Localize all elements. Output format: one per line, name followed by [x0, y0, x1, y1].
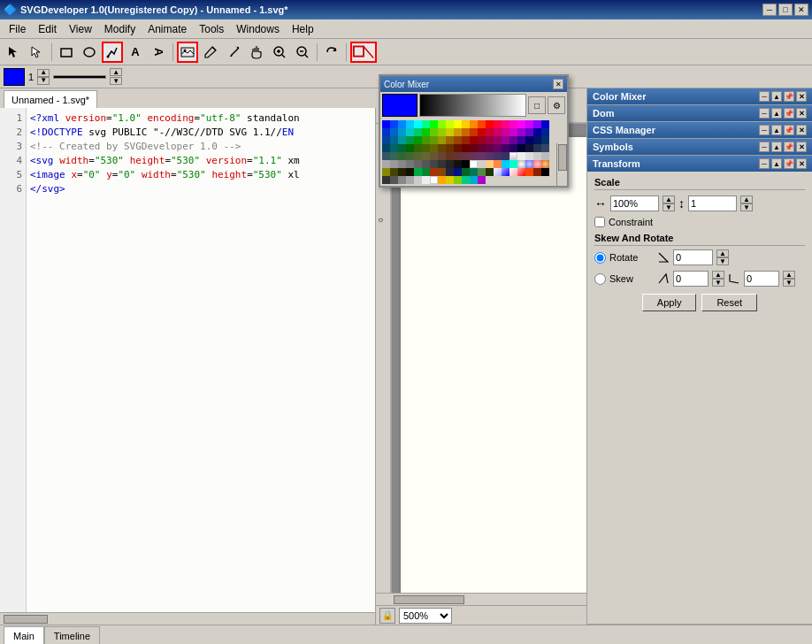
palette-gradient-bar[interactable] — [419, 94, 526, 117]
maximize-button[interactable]: □ — [778, 4, 793, 16]
palette-cell[interactable] — [470, 128, 478, 136]
transform-min[interactable]: ─ — [759, 158, 770, 169]
palette-cell[interactable] — [430, 168, 438, 176]
transform-close[interactable]: ✕ — [796, 158, 807, 169]
palette-cell[interactable] — [390, 136, 398, 144]
color-spin-down[interactable]: ▼ — [37, 77, 50, 85]
palette-cell[interactable] — [486, 120, 494, 128]
palette-cell[interactable] — [390, 144, 398, 152]
palette-cell[interactable] — [422, 144, 430, 152]
palette-scrollbar[interactable] — [556, 143, 567, 186]
css-close[interactable]: ✕ — [796, 125, 807, 135]
palette-cell[interactable] — [462, 136, 470, 144]
palette-cell[interactable] — [533, 160, 541, 168]
palette-cell[interactable] — [541, 120, 549, 128]
palette-cell[interactable] — [438, 176, 446, 184]
palette-cell[interactable] — [406, 160, 414, 168]
palette-cell[interactable] — [486, 168, 494, 176]
palette-cell[interactable] — [478, 120, 486, 128]
menu-edit[interactable]: Edit — [33, 21, 62, 37]
zoom-lock-icon[interactable]: 🔒 — [379, 608, 395, 624]
rect-tool-btn[interactable] — [56, 42, 77, 63]
palette-cell[interactable] — [494, 128, 502, 136]
image-tool-btn[interactable] — [177, 42, 198, 63]
palette-cell[interactable] — [525, 128, 533, 136]
transform-pin[interactable]: 📌 — [784, 158, 794, 169]
palette-cell[interactable] — [541, 168, 549, 176]
palette-cell[interactable] — [478, 144, 486, 152]
palette-current-color[interactable] — [382, 94, 417, 117]
zoom-select[interactable]: 500% 200% 100% 50% — [399, 608, 452, 624]
text-h-btn[interactable]: A — [125, 42, 146, 63]
palette-cell[interactable] — [422, 120, 430, 128]
palette-cell[interactable] — [462, 144, 470, 152]
close-button[interactable]: ✕ — [794, 4, 808, 16]
palette-cell[interactable] — [382, 120, 390, 128]
palette-cell[interactable] — [414, 168, 422, 176]
palette-cell[interactable] — [462, 168, 470, 176]
palette-cell[interactable] — [446, 176, 454, 184]
canvas-hscrollbar[interactable] — [376, 593, 586, 605]
palette-cell[interactable] — [509, 144, 517, 152]
color-mixer-restore[interactable]: ▲ — [771, 91, 782, 102]
palette-cell[interactable] — [406, 168, 414, 176]
palette-cell[interactable] — [446, 160, 454, 168]
palette-scroll-thumb[interactable] — [558, 144, 567, 171]
dom-min[interactable]: ─ — [759, 108, 770, 119]
palette-cell[interactable] — [462, 152, 470, 160]
palette-expand-btn[interactable]: □ — [528, 96, 546, 114]
palette-cell[interactable] — [494, 136, 502, 144]
palette-cell[interactable] — [422, 176, 430, 184]
palette-cell[interactable] — [446, 152, 454, 160]
palette-cell[interactable] — [414, 136, 422, 144]
palette-cell[interactable] — [406, 152, 414, 160]
palette-cell[interactable] — [517, 128, 525, 136]
palette-cell[interactable] — [390, 120, 398, 128]
dom-restore[interactable]: ▲ — [771, 108, 782, 119]
palette-cell[interactable] — [454, 160, 462, 168]
palette-cell[interactable] — [478, 136, 486, 144]
palette-cell[interactable] — [502, 120, 509, 128]
palette-cell[interactable] — [454, 120, 462, 128]
palette-cell[interactable] — [486, 144, 494, 152]
palette-cell[interactable] — [525, 144, 533, 152]
palette-cell[interactable] — [541, 136, 549, 144]
palette-cell[interactable] — [470, 120, 478, 128]
menu-file[interactable]: File — [4, 21, 31, 37]
palette-cell[interactable] — [517, 120, 525, 128]
palette-cell[interactable] — [525, 136, 533, 144]
palette-cell[interactable] — [478, 160, 486, 168]
palette-cell[interactable] — [430, 128, 438, 136]
palette-cell[interactable] — [541, 160, 549, 168]
code-editor[interactable]: <?xml version="1.0" encoding="utf-8" sta… — [27, 108, 375, 612]
canvas-hscroll-thumb[interactable] — [394, 595, 464, 604]
palette-cell[interactable] — [494, 120, 502, 128]
palette-cell[interactable] — [438, 120, 446, 128]
palette-cell[interactable] — [430, 144, 438, 152]
palette-cell[interactable] — [398, 152, 406, 160]
palette-cell[interactable] — [422, 136, 430, 144]
tab-main[interactable]: Main — [4, 626, 44, 644]
palette-cell[interactable] — [390, 176, 398, 184]
palette-cell[interactable] — [454, 136, 462, 144]
palette-cell[interactable] — [430, 152, 438, 160]
palette-cell[interactable] — [406, 136, 414, 144]
palette-cell[interactable] — [414, 120, 422, 128]
palette-cell[interactable] — [494, 144, 502, 152]
skew-radio[interactable] — [594, 273, 606, 285]
text-v-btn[interactable]: A — [148, 42, 169, 63]
palette-cell[interactable] — [470, 160, 478, 168]
palette-cell[interactable] — [486, 136, 494, 144]
palette-cell[interactable] — [470, 168, 478, 176]
palette-cell[interactable] — [517, 168, 525, 176]
palette-cell[interactable] — [494, 152, 502, 160]
skew-x-up[interactable]: ▲ — [712, 271, 724, 279]
palette-cell[interactable] — [509, 128, 517, 136]
palette-cell[interactable] — [438, 128, 446, 136]
palette-cell[interactable] — [398, 144, 406, 152]
arrow-tool-btn[interactable] — [4, 42, 25, 63]
palette-cell[interactable] — [509, 120, 517, 128]
color-mixer-close[interactable]: ✕ — [796, 91, 807, 102]
palette-cell[interactable] — [454, 168, 462, 176]
palette-cell[interactable] — [502, 144, 509, 152]
